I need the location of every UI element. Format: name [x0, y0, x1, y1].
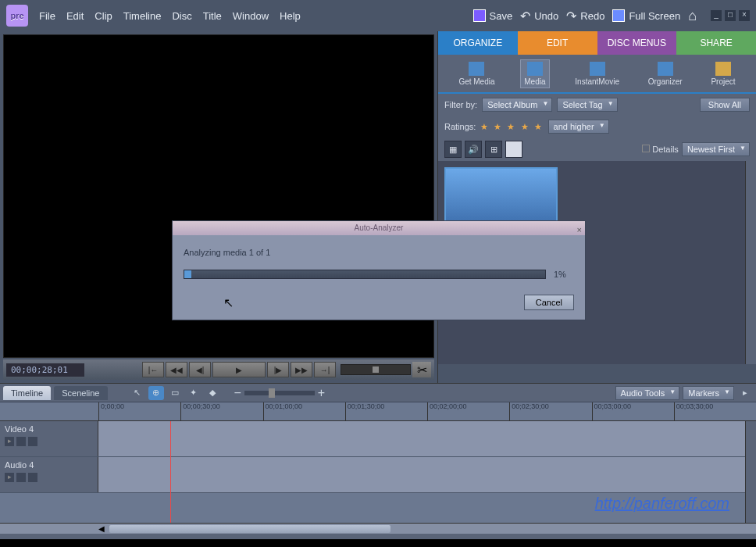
tag-dropdown[interactable]: Select Tag — [557, 98, 617, 112]
tab-timeline[interactable]: Timeline — [3, 386, 51, 400]
track-toggle-2[interactable] — [28, 473, 37, 482]
menu-help[interactable]: Help — [280, 10, 301, 22]
menu-timeline[interactable]: Timeline — [123, 10, 162, 22]
undo-label: Undo — [534, 10, 558, 22]
view-grid-button[interactable]: ▦ — [444, 141, 462, 158]
undo-button[interactable]: ↶ Undo — [520, 9, 558, 23]
timeline-menu-button[interactable]: ▸ — [737, 386, 753, 400]
audio-track: Audio 4 ▸ — [0, 457, 756, 493]
details-checkbox[interactable]: Details — [642, 145, 679, 154]
panel-tabs: ORGANIZE EDIT DISC MENUS SHARE — [438, 31, 756, 55]
dialog-close-button[interactable]: × — [577, 223, 582, 237]
hscroll-thumb[interactable] — [109, 525, 390, 533]
zoom-out-button[interactable]: − — [234, 386, 241, 400]
rating-stars[interactable]: ★ ★ ★ ★ ★ — [480, 122, 543, 132]
play-button[interactable]: ▶ — [212, 362, 266, 377]
rating-filter-dropdown[interactable]: and higher — [548, 120, 609, 134]
fullscreen-button[interactable]: Full Screen — [612, 9, 680, 22]
playhead[interactable] — [170, 421, 171, 523]
timeline-vscrollbar[interactable] — [745, 421, 756, 523]
media-scrollbar[interactable] — [745, 161, 756, 364]
app-logo: pre — [6, 5, 28, 27]
timeline-header: Timeline Sceneline ↖ ⊕ ▭ ✦ ◆ − + Audio T… — [0, 384, 756, 402]
save-button[interactable]: Save — [473, 9, 513, 22]
goto-out-button[interactable]: →| — [314, 362, 336, 377]
redo-button[interactable]: ↷ Redo — [566, 9, 604, 23]
expand-icon[interactable]: ▸ — [5, 437, 14, 446]
view-audio-button[interactable]: 🔊 — [465, 141, 482, 158]
media-icon — [527, 62, 543, 76]
timeline-hscrollbar[interactable]: ◀ — [0, 523, 756, 534]
cancel-button[interactable]: Cancel — [524, 295, 574, 310]
menu-window[interactable]: Window — [233, 10, 269, 22]
zoom-slider[interactable] — [244, 391, 315, 395]
selection-tool[interactable]: ↖ — [130, 386, 145, 400]
maximize-button[interactable]: □ — [725, 10, 736, 21]
dialog-buttons: Cancel — [184, 295, 574, 310]
track-toggle-1[interactable] — [16, 437, 26, 446]
zoom-in-button[interactable]: + — [318, 386, 325, 400]
tool-project[interactable]: Project — [708, 60, 738, 88]
track-toggle-1[interactable] — [16, 473, 26, 482]
show-all-button[interactable]: Show All — [700, 98, 750, 112]
sort-dropdown[interactable]: Newest First — [682, 142, 750, 156]
dialog-titlebar[interactable]: Auto-Analyzer × — [173, 221, 585, 235]
ruler-tick: 00;03;30;00 — [674, 402, 756, 420]
tab-disc-menus[interactable]: DISC MENUS — [597, 31, 677, 55]
video-track-header[interactable]: Video 4 ▸ — [0, 421, 98, 456]
track-toggle-2[interactable] — [28, 437, 37, 446]
smart-trim-button[interactable]: ✦ — [186, 386, 201, 400]
album-dropdown[interactable]: Select Album — [482, 98, 552, 112]
tab-share[interactable]: SHARE — [676, 31, 756, 55]
tool-organizer[interactable]: Organizer — [645, 60, 686, 88]
shuttle-slider[interactable] — [341, 364, 411, 375]
menu-disc[interactable]: Disc — [172, 10, 191, 22]
ruler-tick: 00;01;30;00 — [345, 402, 427, 420]
split-clip-button[interactable]: ✂ — [412, 362, 431, 377]
video-track-content[interactable] — [98, 421, 756, 456]
audio-track-header[interactable]: Audio 4 ▸ — [0, 457, 98, 492]
rewind-button[interactable]: ◀◀ — [166, 362, 187, 377]
expand-icon[interactable]: ▸ — [5, 473, 14, 482]
tab-edit[interactable]: EDIT — [518, 31, 597, 55]
view-list-button[interactable] — [505, 141, 522, 158]
details-label: Details — [652, 145, 679, 154]
timeline-ruler[interactable]: 0;00;00 00;00;30;00 00;01;00;00 00;01;30… — [0, 402, 756, 421]
menu-items: File Edit Clip Timeline Disc Title Windo… — [39, 10, 301, 22]
menu-title[interactable]: Title — [203, 10, 222, 22]
goto-in-button[interactable]: |← — [142, 362, 164, 377]
minimize-button[interactable]: _ — [711, 10, 722, 21]
home-icon[interactable]: ⌂ — [688, 8, 697, 24]
tab-organize[interactable]: ORGANIZE — [438, 31, 518, 55]
step-fwd-button[interactable]: |▶ — [267, 362, 289, 377]
marker-button[interactable]: ◆ — [205, 386, 220, 400]
timecode-display[interactable]: 00;00;28;01 — [6, 363, 84, 377]
tool-instantmovie[interactable]: InstantMovie — [572, 60, 622, 88]
scroll-left-button[interactable]: ◀ — [98, 524, 105, 533]
menu-file[interactable]: File — [39, 10, 55, 22]
ruler-tick: 00;03;00;00 — [592, 402, 674, 420]
tool-media[interactable]: Media — [520, 59, 549, 88]
markers-dropdown[interactable]: Markers — [683, 386, 734, 400]
menu-clip[interactable]: Clip — [94, 10, 112, 22]
right-panel: ORGANIZE EDIT DISC MENUS SHARE Get Media… — [437, 31, 756, 383]
menu-edit[interactable]: Edit — [66, 10, 84, 22]
time-stretch-tool[interactable]: ⊕ — [148, 386, 164, 400]
properties-button[interactable]: ▭ — [167, 386, 183, 400]
view-tag-button[interactable]: ⊞ — [485, 141, 502, 158]
tab-sceneline[interactable]: Sceneline — [54, 386, 107, 400]
transport-bar: 00;00;28;01 |← ◀◀ ◀| ▶ |▶ ▶▶ →| ✂ — [3, 359, 434, 380]
watermark-link[interactable]: http://panferoff.com — [595, 495, 729, 513]
organizer-icon — [658, 62, 673, 76]
timeline-area: Timeline Sceneline ↖ ⊕ ▭ ✦ ◆ − + Audio T… — [0, 383, 756, 539]
ruler-tick: 0;00;00 — [98, 402, 180, 420]
close-button[interactable]: × — [739, 10, 750, 21]
tool-get-media[interactable]: Get Media — [455, 60, 497, 88]
fastfwd-button[interactable]: ▶▶ — [291, 362, 312, 377]
audio-track-content[interactable] — [98, 457, 756, 492]
audio-tools-dropdown[interactable]: Audio Tools — [615, 386, 680, 400]
fullscreen-label: Full Screen — [629, 10, 680, 22]
fullscreen-icon — [612, 9, 625, 22]
step-back-button[interactable]: ◀| — [189, 362, 211, 377]
dialog-title-text: Auto-Analyzer — [355, 223, 404, 232]
